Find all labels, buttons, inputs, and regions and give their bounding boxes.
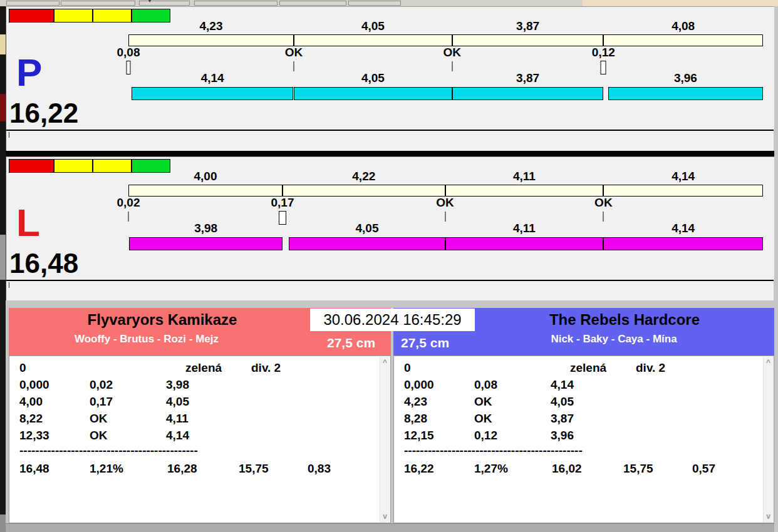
- empty-note-row[interactable]: [6, 130, 774, 151]
- table-row: 8,28OK3,87: [394, 410, 774, 427]
- split-bar-segment: [283, 185, 445, 197]
- dog-time-label: 4,11: [513, 222, 536, 235]
- table-cell: 0,12: [474, 427, 551, 444]
- chevron-down-icon: ▾: [148, 0, 151, 4]
- background-window-fragment: [583, 0, 778, 6]
- changeover-label: OK: [436, 197, 454, 209]
- jump-height: 27,5 cm: [401, 335, 449, 350]
- light-status: zelená: [570, 359, 606, 376]
- split-bar-segment: [128, 185, 283, 197]
- scrollbar[interactable]: ^ v: [763, 357, 773, 522]
- table-separator: ----------------------------------------…: [394, 444, 774, 458]
- table-cell: 16,48: [19, 460, 90, 477]
- table-cell: 0,000: [19, 376, 90, 393]
- table-cell: 8,28: [404, 410, 474, 427]
- table-cell: 0,000: [404, 376, 474, 393]
- team-panel-right: The Rebels Hardcore Nick - Baky - Caya -…: [393, 308, 774, 523]
- table-cell: 4,05: [166, 393, 237, 410]
- table-cell: 16,28: [167, 460, 239, 477]
- team-dog-names: Nick - Baky - Caya - Mína: [454, 333, 774, 345]
- lane-total-time: 16,22: [9, 100, 78, 127]
- table-row: 0,0000,084,14: [394, 376, 774, 393]
- split-time-label: 4,08: [672, 20, 695, 33]
- changeover-label: OK: [594, 197, 613, 209]
- split-bar-segment: [445, 185, 604, 197]
- table-cell: 3,96: [551, 427, 622, 444]
- table-cell: OK: [474, 410, 551, 427]
- team-panel-left: Flyvaryors Kamikaze Wooffy - Brutus - Ro…: [9, 308, 391, 523]
- background-toolbar-button[interactable]: [139, 1, 190, 6]
- table-cell: 15,75: [623, 460, 692, 477]
- split-time-label: 4,11: [513, 170, 536, 183]
- dog-run-bar-segment: [445, 237, 604, 250]
- dog-run-bar-segment: [289, 237, 445, 250]
- division: div. 2: [636, 359, 665, 376]
- scroll-down-arrow[interactable]: v: [764, 513, 773, 520]
- split-time-label: 4,14: [672, 170, 695, 183]
- table-row: 0,0000,023,98: [9, 376, 390, 393]
- bottom-status-strip: [6, 523, 774, 532]
- jump-height: 27,5 cm: [327, 335, 375, 350]
- table-cell: 3,87: [551, 410, 622, 427]
- scrollbar[interactable]: ^ v: [380, 357, 390, 522]
- dog-run-bar-segment: [452, 87, 604, 100]
- datetime-display: 30.06.2024 16:45:29: [310, 309, 475, 331]
- changeover-tick: [294, 61, 294, 71]
- flyball-timing-window: P 16,22 4,234,053,874,080,08OKOK0,124,14…: [6, 6, 778, 532]
- scroll-down-arrow[interactable]: v: [380, 513, 390, 520]
- dog-run-bar-segment: [608, 87, 763, 100]
- changeover-label: OK: [285, 46, 303, 59]
- team-name: The Rebels Hardcore: [475, 308, 774, 328]
- changeover-label: 0,02: [117, 197, 140, 209]
- table-cell: OK: [90, 410, 166, 427]
- changeover-gap-box: [279, 211, 286, 225]
- background-toolbar-button[interactable]: [279, 1, 346, 6]
- table-cell: 0,17: [90, 393, 166, 410]
- start-light: [54, 159, 93, 173]
- lane-letter: P: [16, 53, 42, 92]
- empty-note-row[interactable]: [6, 280, 774, 300]
- table-row: 4,23OK4,05: [394, 393, 774, 410]
- dog-run-bar-segment: [132, 87, 293, 100]
- changeover-tick: [445, 212, 445, 222]
- scroll-up-arrow[interactable]: ^: [380, 359, 390, 366]
- table-cell: 0,57: [692, 460, 774, 477]
- background-toolbar-button[interactable]: [6, 1, 60, 6]
- table-cell: 8,22: [19, 410, 90, 427]
- table-separator: ----------------------------------------…: [9, 444, 390, 458]
- dog-time-label: 3,96: [674, 72, 697, 84]
- dog-time-label: 4,05: [361, 72, 385, 84]
- dog-time-label: 3,87: [516, 72, 539, 84]
- background-toolbar-button[interactable]: [348, 1, 401, 6]
- changeover-gap-box: [601, 61, 606, 74]
- split-time-label: 4,05: [361, 20, 385, 33]
- table-cell: 12,33: [19, 427, 90, 444]
- team-dog-names: Wooffy - Brutus - Rozi - Mejz: [9, 333, 284, 345]
- lane-track: 4,004,224,114,140,020,17OKOK3,984,054,11…: [128, 157, 763, 280]
- split-bar-segment: [603, 185, 763, 197]
- table-cell: 16,22: [404, 460, 474, 477]
- table-cell: 4,00: [19, 393, 90, 410]
- changeover-label: 0,08: [117, 46, 140, 59]
- attempt-count: 0: [19, 359, 26, 376]
- background-fragment: [0, 235, 6, 280]
- table-cell: OK: [90, 427, 166, 444]
- scroll-up-arrow[interactable]: ^: [764, 359, 773, 366]
- table-cell: 0,02: [90, 376, 166, 393]
- split-time-label: 4,00: [194, 170, 217, 183]
- split-time-label: 4,22: [352, 170, 375, 183]
- background-fragment: [0, 34, 6, 54]
- background-toolbar-button[interactable]: [61, 1, 135, 6]
- screen: ▾ P 16,22 4,234,053,874,080,08OKOK0,124,…: [0, 0, 778, 532]
- changeover-label: 0,17: [271, 197, 294, 209]
- table-row: 4,000,174,05: [9, 393, 390, 410]
- background-fragment: [0, 94, 6, 121]
- background-fragment: [0, 514, 6, 532]
- table-cell: 4,14: [551, 376, 622, 393]
- dog-time-label: 4,05: [356, 222, 379, 235]
- table-totals-row: 16,481,21%16,2815,750,83: [9, 460, 390, 477]
- dog-run-bar-segment: [129, 237, 283, 250]
- table-cell: 4,14: [166, 427, 237, 444]
- lane-letter: L: [16, 203, 40, 242]
- background-toolbar-button[interactable]: [194, 1, 277, 6]
